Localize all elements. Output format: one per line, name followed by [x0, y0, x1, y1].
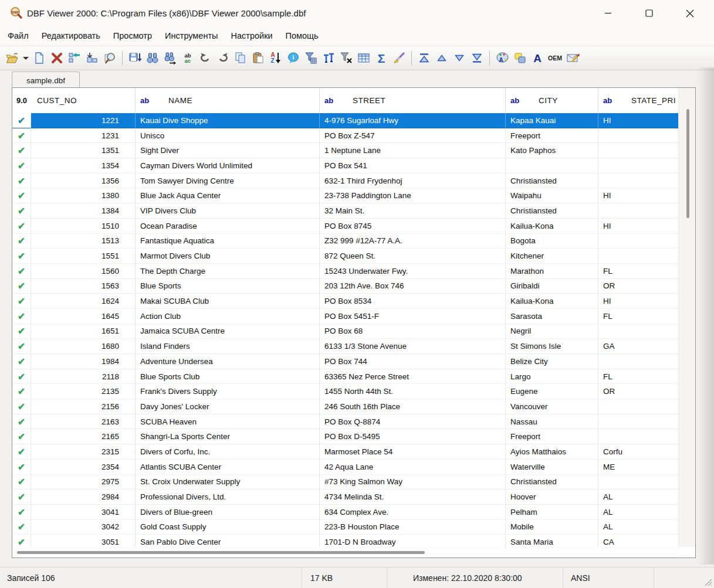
table-row[interactable]: ✔2975St. Croix Underwater Supply#73 King… [12, 475, 679, 490]
cell-street[interactable]: 4-976 Sugarloaf Hwy [320, 113, 506, 128]
cell-city[interactable]: Vancouver [506, 399, 598, 414]
cell-state_pri[interactable]: AL [598, 490, 679, 505]
cell-cust_no[interactable]: 2163 [31, 414, 136, 430]
cell-city[interactable]: Bogota [506, 234, 598, 249]
table-row[interactable]: ✔2354Atlantis SCUBA Center42 Aqua LaneWa… [12, 460, 679, 475]
edit-structure-button[interactable] [66, 49, 83, 67]
table-row[interactable]: ✔1513Fantastique AquaticaZ32 999 #12A-77… [12, 234, 679, 249]
cell-state_pri[interactable] [598, 234, 679, 249]
cell-state_pri[interactable]: HI [598, 294, 679, 309]
cell-name[interactable]: Divers of Corfu, Inc. [136, 444, 320, 460]
table-row[interactable]: ✔1984Adventure UnderseaPO Box 744Belize … [12, 354, 679, 369]
undo-button[interactable] [197, 49, 214, 67]
cell-name[interactable]: Marmot Divers Club [136, 249, 320, 264]
column-header-state_pri[interactable]: abSTATE_PRI [598, 88, 679, 113]
cell-street[interactable]: PO Box 8745 [320, 219, 506, 234]
copy-button[interactable] [232, 49, 249, 67]
cell-city[interactable]: Christiansted [506, 203, 598, 219]
cell-city[interactable]: Sarasota [506, 309, 598, 324]
cell-name[interactable]: Kauai Dive Shoppe [136, 113, 320, 128]
cell-street[interactable]: 42 Aqua Lane [320, 460, 506, 475]
cell-state_pri[interactable]: AL [598, 505, 679, 520]
cell-cust_no[interactable]: 1563 [31, 279, 136, 294]
cell-street[interactable]: PO Box Q-8874 [320, 414, 506, 430]
cell-state_pri[interactable]: FL [598, 264, 679, 279]
cell-name[interactable]: Jamaica SCUBA Centre [136, 324, 320, 339]
cell-state_pri[interactable] [598, 203, 679, 219]
cell-cust_no[interactable]: 1651 [31, 324, 136, 339]
cell-city[interactable] [506, 158, 598, 174]
cell-state_pri[interactable]: FL [598, 369, 679, 385]
cell-name[interactable]: Island Finders [136, 339, 320, 354]
cell-state_pri[interactable]: GA [598, 339, 679, 354]
clear-filter-button[interactable] [338, 49, 354, 67]
column-header-cust_no[interactable]: 9.0CUST_NO [12, 88, 136, 113]
sum-button[interactable]: Σ [373, 49, 390, 67]
cell-city[interactable]: Santa Maria [506, 535, 598, 547]
vertical-scrollbar-thumb[interactable] [686, 109, 689, 218]
table-row[interactable]: ✔2984Professional Divers, Ltd.4734 Melin… [12, 490, 679, 505]
cell-street[interactable]: PO Box D-5495 [320, 429, 506, 444]
horizontal-scrollbar[interactable] [12, 547, 679, 558]
menu-item-file[interactable]: Файл [1, 26, 35, 46]
cell-city[interactable]: Christiansted [506, 174, 598, 189]
cell-city[interactable]: Eugene [506, 384, 598, 399]
open-file-button[interactable] [4, 49, 21, 67]
table-row[interactable]: ✔1384VIP Divers Club32 Main St.Christian… [12, 203, 679, 219]
grid-options-button[interactable] [356, 49, 372, 67]
table-row[interactable]: ✔1563Blue Sports203 12th Ave. Box 746Gir… [12, 279, 679, 294]
cell-city[interactable]: Kailua-Kona [506, 219, 598, 234]
delete-record-button[interactable] [49, 49, 65, 67]
table-row[interactable]: ✔2315Divers of Corfu, Inc.Marmoset Place… [12, 444, 679, 460]
theme-colors-button[interactable] [512, 49, 528, 67]
cell-state_pri[interactable] [598, 414, 679, 430]
table-row[interactable]: ✔1221Kauai Dive Shoppe4-976 Sugarloaf Hw… [12, 113, 679, 128]
filter-builder-button[interactable] [303, 49, 319, 67]
oem-button[interactable]: OEM [547, 49, 563, 67]
cell-cust_no[interactable]: 1645 [31, 309, 136, 324]
cell-state_pri[interactable]: HI [598, 188, 679, 203]
cell-name[interactable]: Ocean Paradise [136, 219, 320, 234]
export-email-button[interactable] [564, 49, 581, 67]
table-row[interactable]: ✔1510Ocean ParadisePO Box 8745Kailua-Kon… [12, 219, 679, 234]
cell-street[interactable]: 1701-D N Broadway [320, 535, 506, 547]
cell-cust_no[interactable]: 1624 [31, 294, 136, 309]
cell-cust_no[interactable]: 2118 [31, 369, 136, 385]
cell-name[interactable]: The Depth Charge [136, 264, 320, 279]
cell-street[interactable]: PO Box 744 [320, 354, 506, 369]
cell-state_pri[interactable]: HI [598, 219, 679, 234]
cell-street[interactable]: 6133 1/3 Stone Avenue [320, 339, 506, 354]
cell-street[interactable]: PO Box 541 [320, 158, 506, 174]
cell-street[interactable]: Z32 999 #12A-77 A.A. [320, 234, 506, 249]
last-record-button[interactable] [469, 49, 485, 67]
cell-cust_no[interactable]: 1560 [31, 264, 136, 279]
cell-street[interactable]: 4734 Melinda St. [320, 490, 506, 505]
cell-cust_no[interactable]: 3041 [31, 505, 136, 520]
color-settings-button[interactable]: A [494, 49, 510, 67]
cell-city[interactable]: Waipahu [506, 188, 598, 203]
cell-city[interactable]: Pelham [506, 505, 598, 520]
cell-state_pri[interactable] [598, 354, 679, 369]
cell-cust_no[interactable]: 2354 [31, 460, 136, 475]
cell-name[interactable]: Davy Jones' Locker [136, 399, 320, 414]
cell-city[interactable]: St Simons Isle [506, 339, 598, 354]
cell-city[interactable]: Belize City [506, 354, 598, 369]
table-row[interactable]: ✔2165Shangri-La Sports CenterPO Box D-54… [12, 429, 679, 444]
cell-state_pri[interactable]: CA [598, 535, 679, 547]
cell-city[interactable]: Kailua-Kona [506, 294, 598, 309]
cell-state_pri[interactable]: OR [598, 279, 679, 294]
cell-city[interactable]: Kato Paphos [506, 143, 598, 158]
menu-item-edit[interactable]: Редактировать [35, 26, 107, 46]
cell-city[interactable]: Largo [506, 369, 598, 385]
cell-state_pri[interactable] [598, 475, 679, 490]
menu-item-settings[interactable]: Настройки [224, 26, 279, 46]
cell-name[interactable]: Cayman Divers World Unlimited [136, 158, 320, 174]
save-button[interactable] [127, 49, 143, 67]
info-button[interactable]: i [285, 49, 302, 67]
column-header-street[interactable]: abSTREET [320, 88, 506, 113]
cell-name[interactable]: Sight Diver [136, 143, 320, 158]
close-button[interactable] [669, 0, 710, 26]
cell-city[interactable]: Negril [506, 324, 598, 339]
table-row[interactable]: ✔1551Marmot Divers Club872 Queen St.Kitc… [12, 249, 679, 264]
cell-city[interactable]: Mobile [506, 520, 598, 535]
